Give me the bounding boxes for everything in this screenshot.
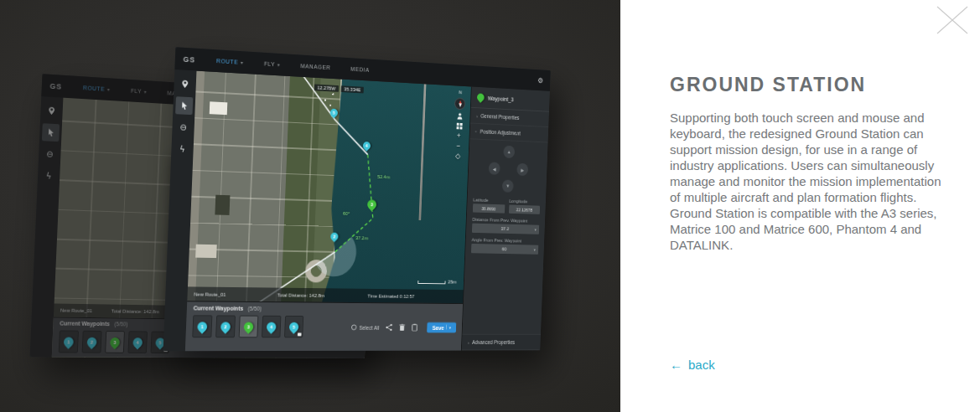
position-adjustment-section[interactable]: › Position Adjustment [469,123,548,142]
map-waypoint-4[interactable]: 4 [363,142,371,150]
angle-field[interactable]: 60 ▾ [471,244,538,255]
compass-north-label: N [459,90,462,95]
time-estimated: Time Estimated 0:12:57 [367,293,414,298]
gs-logo: GS [183,54,195,64]
map-waypoint-5[interactable]: 5 [330,109,338,117]
save-dropdown-caret-icon[interactable]: ▾ [446,325,451,330]
chevron-down-icon: › [474,131,479,132]
nav-media[interactable]: MEDIA [350,66,370,73]
coordinate-west: 12.275W [314,84,339,91]
back-link[interactable]: ← back [670,358,715,372]
compass-icon[interactable] [454,97,465,110]
waypoint-chip-2[interactable]: 2 [215,315,236,337]
waypoint-tool-icon[interactable] [176,75,194,93]
chevron-right-icon: › [468,340,469,345]
zoom-out-icon[interactable]: − [456,142,460,150]
scale-label: 25m [448,280,456,285]
satellite-map[interactable]: 12.275W 35.334E 5 4 3 2 [187,71,471,304]
delete-waypoint-icon[interactable] [399,323,405,331]
waypoint-chip-3-selected[interactable]: 3 [239,316,259,338]
radio-circle-icon [351,324,357,330]
app-body: ⊖ ϟ [163,70,550,351]
save-button[interactable]: Save ▾ [427,322,456,332]
distance-from-prev-label: Distance From Prev. Waypoint [472,217,539,224]
map-waypoint-2[interactable]: 2 [330,233,338,241]
select-all-checkbox[interactable]: Select All [351,324,379,330]
cursor-tool-icon[interactable] [175,96,193,115]
zoom-in-icon[interactable]: + [457,132,461,140]
description-text: Supporting both touch screen and mouse a… [670,110,945,253]
latitude-label: Latitude [473,198,505,203]
nudge-down-button[interactable]: ▼ [502,180,514,193]
current-waypoints-label: Current Waypoints [194,305,244,311]
select-all-label: Select All [359,324,379,330]
waypoint-chip-1[interactable]: 1 [192,315,212,337]
angle-label: 60° [343,211,350,216]
nudge-left-button[interactable]: ◀ [489,162,500,174]
nav-fly[interactable]: FLY▾ [264,61,281,68]
map-waypoint-3-selected[interactable]: 3 [367,199,376,209]
ground-station-app-window: GS ROUTE▾ FLY▾ MANAGER MEDIA ⚙ [163,47,551,351]
detail-panel: GROUND STATION Supporting both touch scr… [620,0,980,412]
map-column: 12.275W 35.334E 5 4 3 2 [185,71,471,352]
action-badge [298,332,302,336]
stepper-caret-icon[interactable]: ▾ [534,247,536,252]
settings-gear-icon[interactable]: ⚙ [537,76,543,85]
route-name: New Route_01 [194,291,277,297]
caret-down-icon: ▾ [241,59,244,65]
longitude-label: Longitude [509,198,540,204]
chevron-right-icon: › [476,113,478,118]
nav-manager[interactable]: MANAGER [300,63,331,70]
bottom-bar-controls: Select All Sa [351,322,456,332]
nav-route[interactable]: ROUTE▾ [216,58,244,65]
back-arrow-icon: ← [670,358,682,372]
waypoint-pin-icon [475,92,485,103]
route-status-strip: New Route_01 Total Distance: 142.8m Time… [187,286,463,303]
waypoint-title: Waypoint_3 [488,95,514,102]
segment-distance-label: 52.4m [377,174,390,179]
waypoint-chip-4[interactable]: 4 [262,316,281,338]
total-distance: Total Distance: 142.8m [277,292,368,298]
angle-from-prev-label: Angle From Prev. Waypoint [472,237,539,243]
coordinate-east: 35.334E [341,85,365,93]
stepper-caret-icon[interactable]: ▾ [535,227,537,232]
waypoint-properties-sidebar: Waypoint_3 › General Properties › Positi… [461,86,550,350]
waypoint-chip-5[interactable]: 5 [284,316,303,337]
scale-line [418,281,446,284]
clipboard-icon[interactable] [412,323,417,331]
share-route-icon[interactable] [386,323,392,331]
waypoints-bottom-bar: Current Waypoints (5/50) 1 2 3 4 5 [185,301,463,351]
segment-distance-label: 37.2m [355,235,368,240]
caret-down-icon: ▾ [277,62,281,68]
back-link-label: back [688,358,715,372]
map-scale: 25m [418,279,457,284]
nudge-right-button[interactable]: ▶ [516,163,528,176]
locate-icon[interactable]: ◇ [455,152,460,160]
screenshot-showcase: GS ROUTE▾ FLY▾ MANAGER MEDIA [0,0,620,412]
position-dpad: ▲ ◀ ▶ ▼ [468,142,547,195]
advanced-properties-section[interactable]: › Advanced Properties [462,334,541,351]
actions-tool-icon[interactable]: ϟ [174,140,191,158]
distance-field-group: Distance From Prev. Waypoint 37.2 ▾ [466,212,545,234]
route-path-overlay [187,71,471,304]
page-title: GROUND STATION [670,74,866,96]
close-icon[interactable] [933,3,972,37]
waypoint-count: (5/50) [248,306,262,312]
lat-lon-row: Latitude 35.8690 Longitude 22.12678 [467,194,546,214]
geofence-tool-icon[interactable]: ⊖ [174,118,192,136]
layers-grid-icon[interactable] [456,123,462,130]
page: GS ROUTE▾ FLY▾ MANAGER MEDIA [0,0,980,412]
angle-field-group: Angle From Prev. Waypoint 60 ▾ [465,233,544,255]
nudge-up-button[interactable]: ▲ [503,146,515,158]
follow-user-icon[interactable] [457,112,463,120]
